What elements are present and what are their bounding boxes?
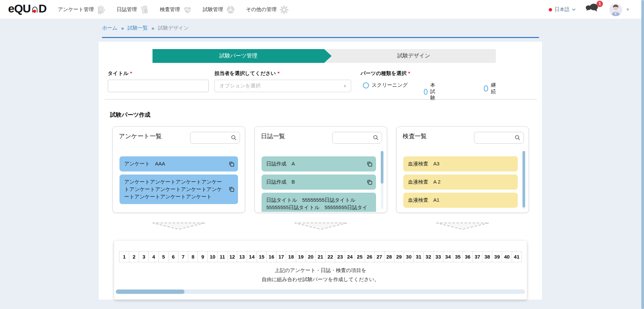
language-selector[interactable]: 日本語	[549, 6, 576, 13]
part-type-group: パーツの種類を選択* スクリーニング本試験継続	[361, 70, 410, 89]
slot-number-cell[interactable]: 39	[492, 251, 502, 262]
slot-number-cell[interactable]: 22	[325, 251, 335, 262]
page-scrollbar[interactable]	[641, 0, 644, 309]
panel-scrollbar[interactable]	[381, 151, 383, 209]
slot-number-cell[interactable]: 37	[472, 251, 482, 262]
panel-item[interactable]: 血液検査 A3	[403, 156, 518, 171]
nav-menu: アンケート管理日誌管理検査管理試験管理その他の管理	[58, 0, 289, 19]
slot-number-cell[interactable]: 13	[237, 251, 247, 262]
copy-icon[interactable]	[229, 187, 234, 192]
scrollbar-thumb[interactable]	[522, 151, 525, 207]
tab-trial-design[interactable]: 試験デザイン	[332, 49, 496, 63]
nav-item[interactable]: その他の管理	[246, 5, 289, 15]
breadcrumb-underline	[102, 37, 539, 38]
panel-item[interactable]: 日誌作成 A	[262, 156, 376, 171]
slot-number-cell[interactable]: 25	[354, 251, 365, 262]
slot-number-cell[interactable]: 14	[247, 251, 257, 262]
notifications-button[interactable]: 1	[585, 3, 600, 17]
nav-item[interactable]: 日誌管理	[116, 5, 149, 15]
slot-number-cell[interactable]: 28	[384, 251, 394, 262]
section-title: 試験パーツ作成	[110, 111, 150, 119]
slot-number-cell[interactable]: 11	[217, 251, 227, 262]
slot-number-cell[interactable]: 33	[433, 251, 443, 262]
panel-item[interactable]: アンケートアンケートアンケートアンケートアンケートアンケートアンケートアンケート…	[120, 175, 238, 204]
horizontal-scrollbar-thumb[interactable]	[116, 289, 184, 294]
radio-circle-icon[interactable]	[363, 82, 369, 88]
scrollbar-thumb[interactable]	[381, 151, 383, 184]
slot-number-cell[interactable]: 35	[453, 251, 463, 262]
owner-label: 担当者を選択してください*	[214, 70, 351, 77]
avatar	[609, 3, 622, 16]
slot-number-cell[interactable]: 41	[512, 251, 522, 262]
slot-number-cell[interactable]: 8	[188, 251, 198, 262]
panel-item[interactable]: 日誌作成 B	[262, 175, 376, 190]
slot-number-cell[interactable]: 3	[139, 251, 149, 262]
slot-number-cell[interactable]: 9	[198, 251, 208, 262]
slot-number-cell[interactable]: 40	[502, 251, 512, 262]
copy-icon[interactable]	[367, 180, 372, 185]
slot-number-cell[interactable]: 21	[315, 251, 326, 262]
slot-number-cell[interactable]: 32	[423, 251, 433, 262]
panel-title: 検査一覧	[403, 132, 427, 140]
slot-number-cell[interactable]: 23	[335, 251, 345, 262]
horizontal-scrollbar[interactable]	[116, 289, 525, 294]
panel-item[interactable]: 日誌タイトル 55555555日誌タイトル 55555555日誌タイトル 555…	[262, 193, 376, 212]
title-input[interactable]	[108, 80, 209, 92]
slot-number-cell[interactable]: 4	[148, 251, 159, 262]
slot-number-cell[interactable]: 16	[266, 251, 276, 262]
slot-number-cell[interactable]: 26	[365, 251, 375, 262]
copy-icon[interactable]	[367, 161, 372, 167]
slot-number-cell[interactable]: 10	[207, 251, 217, 262]
slot-number-cell[interactable]: 30	[404, 251, 414, 262]
nav-item[interactable]: アンケート管理	[58, 5, 106, 15]
slot-number-cell[interactable]: 1	[119, 251, 129, 262]
tab-parts-management[interactable]: 試験パーツ管理	[152, 49, 332, 63]
radio-option[interactable]: 継続	[484, 82, 498, 95]
radio-circle-icon[interactable]	[484, 85, 488, 91]
panel-surveys: アンケート一覧 アンケート AAAアンケートアンケートアンケートアンケートアンケ…	[112, 126, 245, 213]
hint-text-line1: 上記のアンケート・日誌・検査の項目を	[114, 267, 527, 274]
radio-option[interactable]: スクリーニング	[363, 82, 408, 88]
app-logo[interactable]: eQU∩D	[8, 2, 46, 15]
user-menu[interactable]: ▼	[609, 3, 630, 16]
slot-number-cell[interactable]: 19	[296, 251, 306, 262]
panel-search-input[interactable]	[477, 132, 513, 143]
panel-item[interactable]: アンケート AAA	[120, 156, 238, 171]
select-caret-icon: ▼	[343, 84, 347, 88]
slot-number-cell[interactable]: 17	[276, 251, 286, 262]
radio-option[interactable]: 本試験	[424, 82, 438, 101]
slot-number-cell[interactable]: 20	[306, 251, 316, 262]
nav-item-label: 検査管理	[160, 6, 180, 13]
breadcrumb-separator: »	[151, 25, 154, 31]
slot-number-cell[interactable]: 6	[168, 251, 178, 262]
panel-search-input[interactable]	[335, 132, 372, 143]
slot-number-cell[interactable]: 7	[178, 251, 188, 262]
owner-select[interactable]: オプションを選択 ▼	[214, 80, 351, 92]
panel-search-input[interactable]	[193, 132, 230, 143]
logo-text-end: D	[38, 2, 46, 15]
slot-number-cell[interactable]: 5	[159, 251, 169, 262]
slot-number-cell[interactable]: 38	[482, 251, 492, 262]
part-type-label: パーツの種類を選択*	[361, 70, 410, 77]
panel-item-label: 血液検査 A 2	[408, 179, 441, 185]
slot-number-cell[interactable]: 18	[286, 251, 296, 262]
slot-number-cell[interactable]: 29	[394, 251, 404, 262]
slot-number-cell[interactable]: 24	[345, 251, 355, 262]
nav-item[interactable]: 試験管理	[203, 5, 236, 15]
slot-number-cell[interactable]: 12	[227, 251, 237, 262]
slot-number-cell[interactable]: 15	[257, 251, 267, 262]
panel-item[interactable]: 血液検査 A 2	[403, 175, 518, 190]
nav-item[interactable]: 検査管理	[160, 5, 193, 15]
radio-circle-icon[interactable]	[424, 89, 428, 95]
slot-number-cell[interactable]: 36	[463, 251, 473, 262]
slot-number-cell[interactable]: 31	[413, 251, 423, 262]
slot-number-cell[interactable]: 27	[374, 251, 384, 262]
panel-scrollbar[interactable]	[522, 151, 525, 209]
panel-item[interactable]: 血液検査 A1	[403, 193, 518, 208]
breadcrumb-link[interactable]: 試験一覧	[128, 25, 148, 31]
slot-number-cell[interactable]: 34	[443, 251, 453, 262]
breadcrumb-separator: »	[121, 25, 124, 31]
slot-number-cell[interactable]: 2	[129, 251, 139, 262]
breadcrumb-link[interactable]: ホーム	[102, 25, 117, 31]
copy-icon[interactable]	[229, 161, 234, 167]
